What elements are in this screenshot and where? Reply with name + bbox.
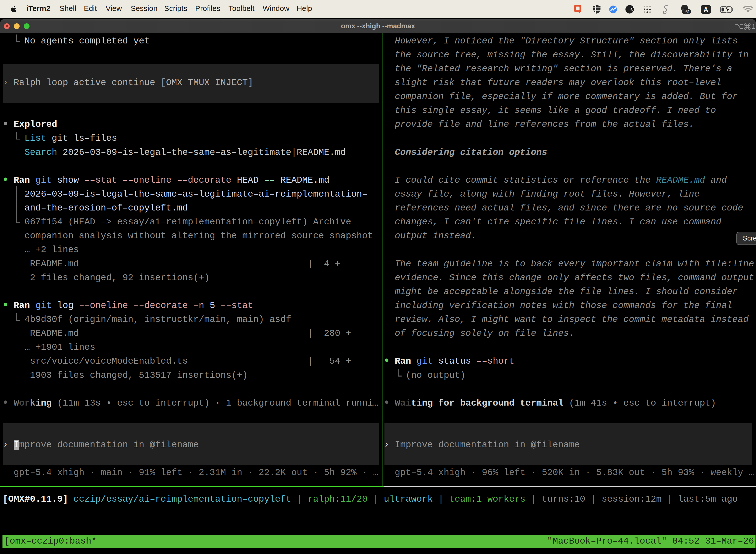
- svg-text:..61: ..61: [683, 10, 690, 14]
- svg-text:1: 1: [752, 23, 755, 30]
- svg-text:A: A: [704, 6, 708, 13]
